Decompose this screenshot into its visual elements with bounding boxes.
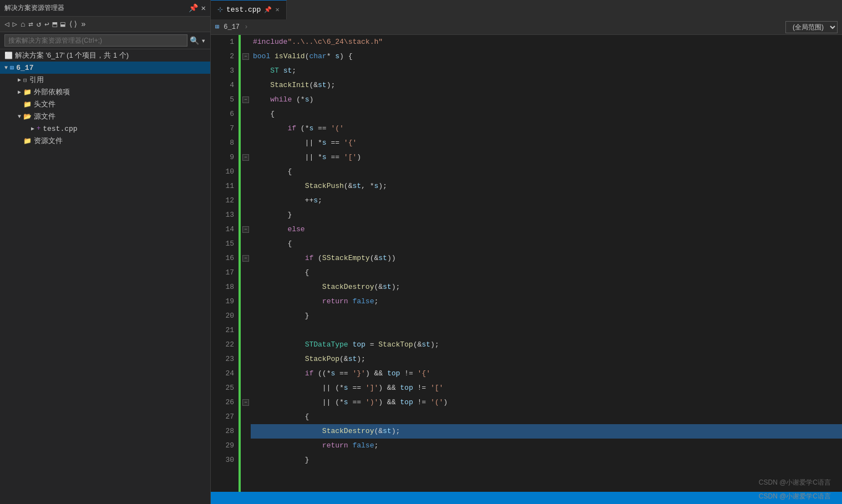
tab-pin-icon[interactable]: 📌: [264, 6, 272, 13]
line-num-11: 11: [211, 179, 239, 194]
cpp-file-icon: +: [37, 125, 40, 133]
more-icon[interactable]: »: [81, 20, 85, 29]
search-input[interactable]: [4, 34, 187, 47]
fold-8: [241, 136, 251, 150]
breadcrumb-text: 6_17: [224, 23, 240, 31]
solution-icon: ⬜: [4, 52, 13, 60]
line-numbers: 1 2 3 4 5 6 7 8 9 10 11 12 13 14 15 16 1: [211, 35, 239, 492]
tab-testcpp[interactable]: ⊹ test.cpp 📌 ✕: [211, 0, 287, 19]
sync-icon[interactable]: ⇄: [28, 19, 33, 29]
line-num-16: 16: [211, 251, 239, 266]
back-icon[interactable]: ◁: [4, 19, 9, 29]
tree-item-src[interactable]: ▼ 📂 源文件: [0, 110, 210, 123]
line-num-28: 28: [211, 424, 239, 439]
pin-icon[interactable]: 📌: [189, 3, 198, 13]
code-line-8: || *s == '{': [251, 136, 842, 150]
split-v-icon[interactable]: ⬒: [53, 19, 57, 29]
editor-area: ⊹ test.cpp 📌 ✕ ⊞ 6_17 › (全局范围) 1 2: [211, 0, 842, 504]
line-num-26: 26: [211, 395, 239, 410]
code-line-28: StackDestroy(&st);: [251, 424, 842, 439]
fold-5[interactable]: −: [241, 93, 251, 107]
editor-toolbar: ⊞ 6_17 › (全局范围): [211, 19, 842, 35]
tab-label: test.cpp: [226, 6, 261, 14]
code-line-7: if (*s == '(': [251, 121, 842, 136]
fold-4: [241, 78, 251, 93]
code-icon[interactable]: ⟨⟩: [68, 19, 78, 29]
close-sidebar-icon[interactable]: ✕: [201, 3, 206, 13]
fold-16[interactable]: −: [241, 251, 251, 266]
code-lines[interactable]: #include"..\..\c\6_24\stack.h" bool isVa…: [251, 35, 842, 492]
tree-item-testcpp[interactable]: ▶ + test.cpp: [0, 123, 210, 135]
code-line-24: if ((*s == '}') && top != '{': [251, 366, 842, 381]
solution-label: ⬜ 解决方案 '6_17' (1 个项目，共 1 个): [0, 49, 210, 62]
fold-18: [241, 280, 251, 294]
line-num-13: 13: [211, 208, 239, 222]
fold-14[interactable]: −: [241, 222, 251, 237]
solution-tree: ▼ ⊞ 6_17 ▶ ⊟ 引用 ▶ 📁 外部依赖项: [0, 62, 210, 504]
folder-src-icon: 📂: [23, 113, 32, 121]
fold-10: [241, 165, 251, 179]
code-line-1: #include"..\..\c\6_24\stack.h": [251, 35, 842, 49]
line-num-18: 18: [211, 280, 239, 294]
breadcrumb-project-icon: ⊞: [215, 23, 219, 31]
code-line-22: STDataType top = StackTop(&st);: [251, 338, 842, 352]
code-line-14: else: [251, 222, 842, 237]
sidebar-controls: 📌 ✕: [189, 3, 206, 13]
fold-9[interactable]: −: [241, 150, 251, 165]
main-layout: 解决方案资源管理器 📌 ✕ ◁ ▷ ⌂ ⇄ ↺ ↩ ⬒ ⬓ ⟨⟩ »: [0, 0, 842, 504]
tree-item-refs[interactable]: ▶ ⊟ 引用: [0, 74, 210, 86]
scope-selector[interactable]: (全局范围): [785, 21, 838, 33]
fold-7: [241, 121, 251, 136]
code-line-13: }: [251, 208, 842, 222]
code-line-6: {: [251, 107, 842, 121]
fold-21: [241, 323, 251, 338]
line-num-14: 14: [211, 222, 239, 237]
search-icon[interactable]: 🔍: [190, 36, 199, 45]
fold-29: [241, 439, 251, 453]
search-options-icon[interactable]: ▾: [201, 36, 206, 45]
fold-column: − − −: [241, 35, 251, 492]
code-line-27: {: [251, 410, 842, 424]
tree-item-6-17[interactable]: ▼ ⊞ 6_17: [0, 62, 210, 74]
line-num-24: 24: [211, 366, 239, 381]
fold-11: [241, 179, 251, 194]
tree-label-headers: 头文件: [34, 99, 55, 109]
code-line-3: ST st;: [251, 64, 842, 78]
fold-28: [241, 424, 251, 439]
code-line-19: return false;: [251, 294, 842, 309]
code-line-4: StackInit(&st);: [251, 78, 842, 93]
sidebar-toolbar: ◁ ▷ ⌂ ⇄ ↺ ↩ ⬒ ⬓ ⟨⟩ »: [0, 17, 210, 32]
fold-3: [241, 64, 251, 78]
fold-24: [241, 366, 251, 381]
code-line-2: bool isValid(char* s) {: [251, 49, 842, 64]
code-line-9: || *s == '['): [251, 150, 842, 165]
refs-icon: ⊟: [23, 77, 27, 84]
tree-item-resources[interactable]: 📁 资源文件: [0, 135, 210, 147]
code-line-10: {: [251, 165, 842, 179]
split-h-icon[interactable]: ⬓: [60, 19, 65, 29]
code-line-12: ++s;: [251, 194, 842, 208]
home-icon[interactable]: ⌂: [21, 20, 25, 29]
tree-label-refs: 引用: [29, 75, 44, 85]
folder-headers-icon: 📁: [23, 100, 32, 109]
line-num-3: 3: [211, 64, 239, 78]
tab-close-icon[interactable]: ✕: [275, 6, 279, 14]
tree-item-headers[interactable]: 📁 头文件: [0, 98, 210, 110]
fold-2[interactable]: −: [241, 49, 251, 64]
folder-extern-icon: 📁: [23, 88, 32, 96]
line-num-25: 25: [211, 381, 239, 395]
code-line-20: }: [251, 309, 842, 323]
forward-icon[interactable]: ▷: [12, 19, 17, 29]
tab-bar-rest: [287, 0, 842, 19]
tree-label-src: 源文件: [34, 111, 55, 121]
status-bar: CSDN @小谢爱学C语言: [211, 492, 842, 504]
tab-file-icon: ⊹: [217, 6, 223, 14]
fold-26[interactable]: −: [241, 395, 251, 410]
tree-item-extern[interactable]: ▶ 📁 外部依赖项: [0, 86, 210, 98]
fold-15: [241, 237, 251, 251]
solution-text: 解决方案 '6_17' (1 个项目，共 1 个): [15, 50, 129, 60]
code-line-30: }: [251, 453, 842, 467]
code-line-16: if (SStackEmpty(&st)): [251, 251, 842, 266]
history-icon[interactable]: ↺: [37, 19, 41, 29]
undo-icon[interactable]: ↩: [44, 19, 49, 29]
